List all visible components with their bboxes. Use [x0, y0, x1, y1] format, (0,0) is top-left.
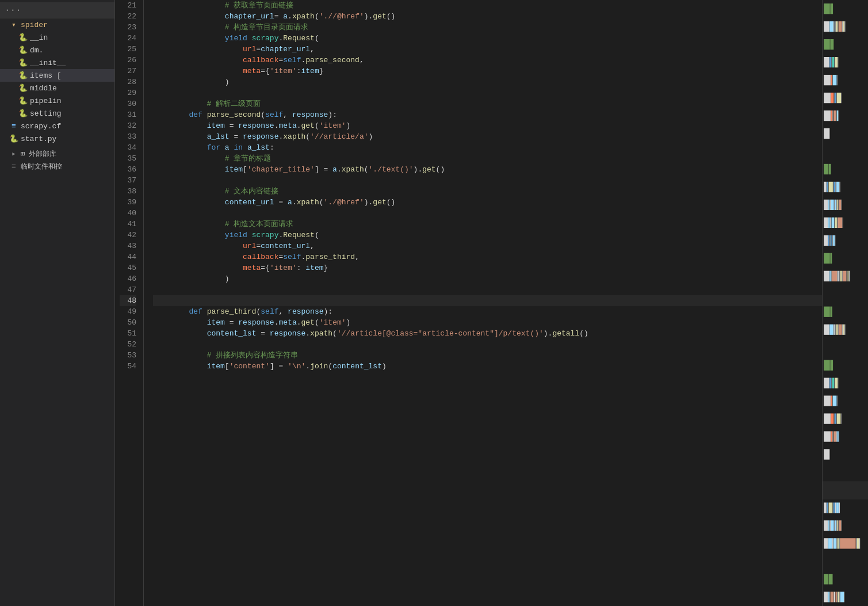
token: #	[153, 219, 234, 230]
token: (	[256, 306, 261, 317]
code-line	[153, 87, 822, 98]
token: ,	[310, 241, 315, 251]
section-label: ⊞ 外部部库	[21, 149, 56, 159]
token: )	[346, 120, 351, 131]
token: 'item'	[270, 66, 297, 77]
token: response	[288, 306, 323, 317]
code-line: for a in a_lst:	[153, 142, 822, 153]
token	[153, 306, 189, 317]
token	[153, 361, 207, 372]
sidebar-item-init[interactable]: 🐍 __init__	[0, 56, 114, 69]
sidebar-item-label: dm.	[30, 46, 43, 55]
line-number: 31	[120, 109, 136, 120]
token: (	[319, 197, 324, 208]
sidebar-item-dm[interactable]: 🐍 dm.	[0, 44, 114, 56]
token: =	[261, 262, 265, 273]
token: #	[153, 153, 234, 164]
token: item	[207, 120, 225, 131]
token: =	[256, 241, 261, 251]
sidebar-item-start[interactable]: 🐍 start.py	[0, 132, 114, 145]
token: =	[225, 317, 238, 328]
token	[247, 230, 252, 241]
line-number: 49	[120, 306, 136, 317]
code-line: def parse_second(self, response):	[153, 109, 822, 120]
token: #	[153, 350, 216, 361]
token: :	[270, 142, 274, 153]
token: ] =	[315, 164, 332, 175]
sidebar-section-temp[interactable]: ≡ 临时文件和控	[0, 160, 114, 173]
token: 拼接列表内容构造字符串	[216, 350, 298, 361]
line-number: 39	[120, 197, 136, 208]
sidebar-item-label: items [	[30, 71, 62, 80]
sidebar-item-pipelin[interactable]: 🐍 pipelin	[0, 94, 114, 107]
code-line: # 章节的标题	[153, 153, 822, 164]
sidebar-item-middle[interactable]: 🐍 middle	[0, 82, 114, 94]
token: ()	[387, 11, 396, 22]
list-icon: ≡	[9, 162, 18, 171]
folder-icon: ▾	[9, 20, 18, 29]
line-number: 53	[120, 350, 136, 361]
sidebar-item-label: setting	[30, 109, 62, 118]
token: parse_third	[305, 251, 355, 262]
code-line: # 拼接列表内容构造字符串	[153, 350, 822, 361]
code-content[interactable]: # 获取章节页面链接 chapter_url= a.xpath('.//@hre…	[144, 0, 822, 606]
line-number: 27	[120, 66, 136, 77]
token: ).	[364, 197, 373, 208]
token: a	[288, 197, 292, 208]
editor-container: 2122232425262728293031323334353637383940…	[115, 0, 868, 606]
token: .	[288, 11, 292, 22]
token: a_lst	[247, 142, 270, 153]
token: 'content'	[230, 361, 270, 372]
line-number: 47	[120, 284, 136, 295]
token: a	[283, 11, 288, 22]
sidebar-section-external[interactable]: ▶ ⊞ 外部部库	[0, 147, 114, 160]
token: [	[243, 164, 247, 175]
sidebar-item-label: start.py	[21, 135, 56, 143]
token: callback	[243, 55, 278, 66]
token: (	[315, 11, 319, 22]
token: ).	[364, 11, 373, 22]
token: './@href'	[324, 197, 364, 208]
token: ).	[414, 164, 423, 175]
line-number: 23	[120, 22, 136, 33]
token: {	[265, 262, 270, 273]
code-line: )	[153, 77, 822, 87]
py-file-icon: 🐍	[18, 109, 28, 118]
line-number: 32	[120, 120, 136, 131]
sidebar-item-spider[interactable]: ▾ spider	[0, 18, 114, 31]
token: 章节的标题	[234, 153, 271, 164]
token: ).	[544, 328, 553, 339]
sidebar-item-label: pipelin	[30, 97, 62, 105]
token: a_lst	[207, 131, 230, 142]
token	[247, 33, 252, 44]
code-line: # 构造文本页面请求	[153, 219, 822, 230]
token: meta	[243, 66, 261, 77]
token: )	[369, 131, 373, 142]
code-line	[153, 208, 822, 219]
line-number: 38	[120, 186, 136, 197]
line-number: 30	[120, 98, 136, 109]
token: './text()'	[369, 164, 414, 175]
token	[153, 77, 225, 87]
token: def	[189, 109, 202, 120]
line-number: 34	[120, 142, 136, 153]
py-file-icon: 🐍	[18, 45, 28, 55]
py-file-icon: 🐍	[9, 134, 18, 143]
code-line: # 获取章节页面链接	[153, 0, 822, 11]
token	[153, 109, 189, 120]
token: parse_second	[305, 55, 360, 66]
sidebar-item-scrapy-cfg[interactable]: ≡ scrapy.cf	[0, 120, 114, 132]
token	[153, 131, 207, 142]
token: .	[278, 230, 283, 241]
token: '//article[@class="article-content"]/p/t…	[337, 328, 544, 339]
token: )	[225, 273, 230, 284]
sidebar-item-items[interactable]: 🐍 items [	[0, 69, 114, 82]
token: .	[305, 328, 310, 339]
top-bar: ···	[0, 2, 114, 18]
token	[153, 66, 243, 77]
sidebar-item-in[interactable]: 🐍 __in	[0, 31, 114, 44]
token: getall	[552, 328, 579, 339]
token	[153, 164, 225, 175]
sidebar-item-setting[interactable]: 🐍 setting	[0, 107, 114, 120]
token: item	[225, 164, 243, 175]
